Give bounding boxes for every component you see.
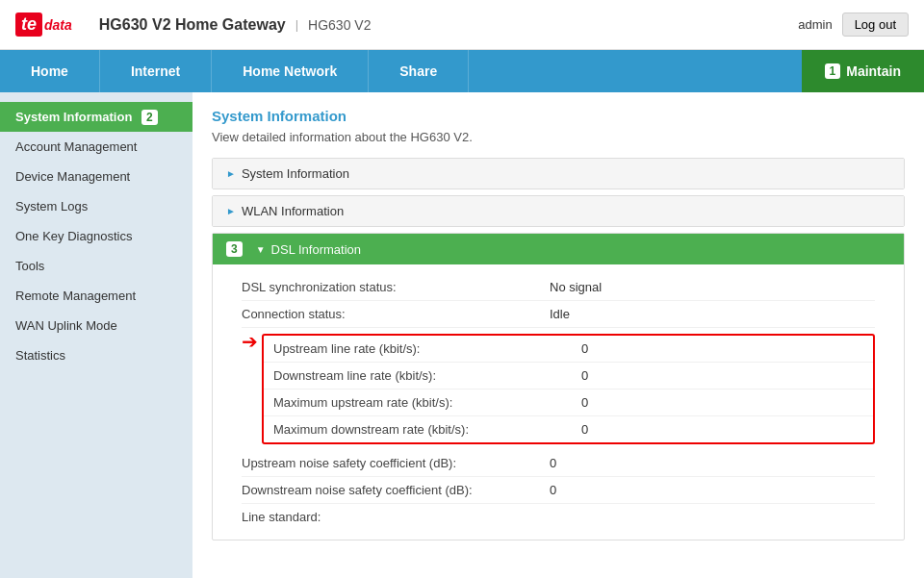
sidebar-item-tools[interactable]: Tools — [0, 251, 192, 281]
page-desc: View detailed information about the HG63… — [212, 130, 905, 144]
sidebar-item-device-management[interactable]: Device Management — [0, 162, 192, 191]
connection-status-label: Connection status: — [242, 307, 550, 321]
nav-item-internet[interactable]: Internet — [100, 50, 212, 92]
downstream-line-rate-row: Downstream line rate (kbit/s): 0 — [264, 363, 873, 390]
badge-2: 2 — [141, 110, 158, 125]
connection-status-row: Connection status: Idle — [242, 301, 875, 328]
sidebar-item-account-management[interactable]: Account Management — [0, 132, 192, 162]
accordion-wlan-info: ► WLAN Information — [212, 195, 905, 227]
nav-item-home[interactable]: Home — [0, 50, 100, 92]
sidebar-item-one-key-diagnostics[interactable]: One Key Diagnostics — [0, 221, 192, 251]
max-upstream-rate-value: 0 — [581, 395, 588, 410]
downstream-noise-row: Downstream noise safety coefficient (dB)… — [242, 477, 875, 504]
logo: te data — [15, 13, 72, 37]
upstream-noise-value: 0 — [550, 456, 556, 470]
sidebar-item-system-logs[interactable]: System Logs — [0, 191, 192, 221]
accordion-wlan-info-label: WLAN Information — [242, 204, 344, 218]
main-content: System Information View detailed informa… — [192, 92, 924, 578]
upstream-line-rate-row: Upstream line rate (kbit/s): 0 — [264, 336, 873, 363]
downstream-line-rate-label: Downstream line rate (kbit/s): — [273, 368, 581, 383]
header-title: HG630 V2 Home Gateway — [99, 16, 286, 34]
max-downstream-rate-value: 0 — [581, 422, 588, 437]
accordion-system-info-header[interactable]: ► System Information — [213, 159, 904, 188]
content-area: System Information 2 Account Management … — [0, 92, 924, 578]
dsl-sync-status-value: No signal — [550, 280, 602, 294]
badge-1: 1 — [825, 63, 841, 79]
highlight-box: Upstream line rate (kbit/s): 0 Downstrea… — [262, 334, 875, 444]
downstream-noise-label: Downstream noise safety coefficient (dB)… — [242, 483, 550, 497]
max-upstream-rate-row: Maximum upstream rate (kbit/s): 0 — [264, 390, 873, 416]
header-right: admin Log out — [798, 13, 909, 37]
dsl-sync-status-label: DSL synchronization status: — [242, 280, 550, 294]
line-standard-label: Line standard: — [242, 510, 550, 524]
red-arrow-icon: ➔ — [242, 330, 258, 353]
nav-item-share[interactable]: Share — [369, 50, 469, 92]
upstream-noise-row: Upstream noise safety coefficient (dB): … — [242, 450, 875, 477]
accordion-dsl-info-label: DSL Information — [271, 242, 361, 257]
connection-status-value: Idle — [550, 307, 570, 321]
upstream-line-rate-label: Upstream line rate (kbit/s): — [273, 341, 581, 356]
chevron-down-icon-dsl: ▼ — [256, 244, 266, 255]
page-title: System Information — [212, 108, 905, 124]
accordion-wlan-info-header[interactable]: ► WLAN Information — [213, 196, 904, 226]
logo-te-icon: te — [15, 13, 42, 37]
nav-maintain-button[interactable]: 1 Maintain — [802, 50, 924, 92]
accordion-system-info-label: System Information — [242, 166, 349, 181]
accordion-dsl-info: 3 ▼ DSL Information DSL synchronization … — [212, 233, 905, 540]
accordion-dsl-info-header[interactable]: 3 ▼ DSL Information — [213, 234, 904, 264]
chevron-right-icon-wlan: ► — [226, 206, 236, 216]
max-upstream-rate-label: Maximum upstream rate (kbit/s): — [273, 395, 581, 410]
dsl-info-body: DSL synchronization status: No signal Co… — [213, 264, 904, 540]
logout-button[interactable]: Log out — [842, 13, 909, 37]
header-separator: | — [295, 17, 298, 32]
badge-3: 3 — [226, 241, 243, 257]
upstream-line-rate-value: 0 — [581, 341, 588, 356]
downstream-line-rate-value: 0 — [581, 368, 588, 383]
max-downstream-rate-label: Maximum downstream rate (kbit/s): — [273, 422, 581, 437]
chevron-right-icon: ► — [226, 168, 236, 179]
sidebar-item-wan-uplink-mode[interactable]: WAN Uplink Mode — [0, 311, 192, 340]
line-standard-row: Line standard: — [242, 504, 875, 530]
nav-item-home-network[interactable]: Home Network — [212, 50, 369, 92]
maintain-label: Maintain — [846, 63, 901, 79]
nav-bar: Home Internet Home Network Share 1 Maint… — [0, 50, 924, 92]
max-downstream-rate-row: Maximum downstream rate (kbit/s): 0 — [264, 416, 873, 442]
accordion-system-info: ► System Information — [212, 158, 905, 189]
downstream-noise-value: 0 — [550, 483, 556, 497]
sidebar-item-remote-management[interactable]: Remote Management — [0, 281, 192, 311]
sidebar-item-system-information[interactable]: System Information 2 — [0, 102, 192, 132]
header-subtitle: HG630 V2 — [308, 17, 371, 33]
sidebar: System Information 2 Account Management … — [0, 92, 192, 578]
logo-data-text: data — [44, 17, 72, 33]
admin-label: admin — [798, 17, 832, 32]
header: te data HG630 V2 Home Gateway | HG630 V2… — [0, 0, 924, 50]
dsl-sync-status-row: DSL synchronization status: No signal — [242, 274, 875, 301]
sidebar-item-statistics[interactable]: Statistics — [0, 340, 192, 370]
upstream-noise-label: Upstream noise safety coefficient (dB): — [242, 456, 550, 470]
